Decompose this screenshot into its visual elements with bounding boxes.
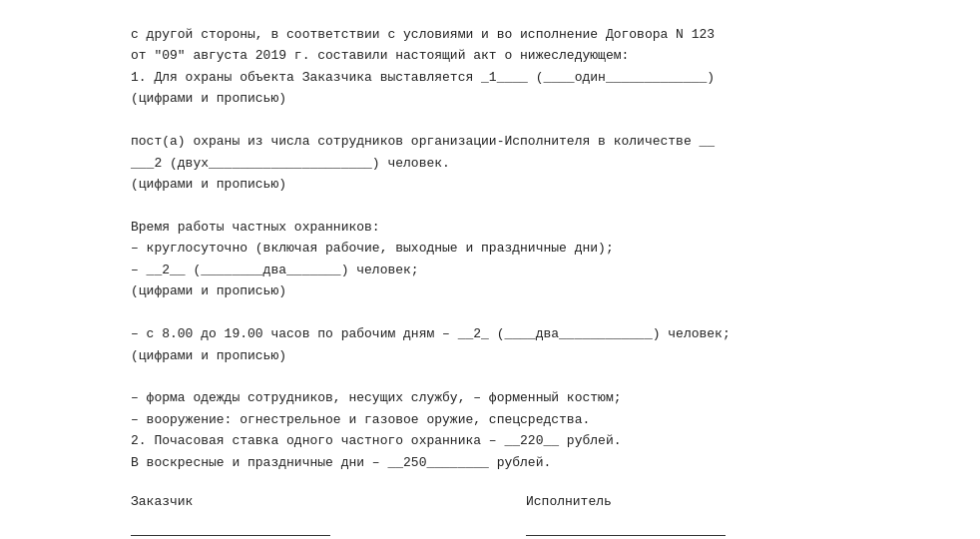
signature-left-label: Заказчик: [131, 491, 454, 512]
document-body: с другой стороны, в соответствии с услов…: [131, 24, 849, 473]
signature-right: Исполнитель: [526, 491, 849, 535]
signature-section: Заказчик Исполнитель: [131, 491, 849, 535]
document-text: с другой стороны, в соответствии с услов…: [131, 24, 849, 473]
signature-right-line: [526, 535, 726, 536]
signature-left: Заказчик: [131, 491, 454, 535]
signature-right-label: Исполнитель: [526, 491, 849, 512]
document-container: с другой стороны, в соответствии с услов…: [101, 0, 879, 539]
signature-left-line: [131, 535, 330, 536]
